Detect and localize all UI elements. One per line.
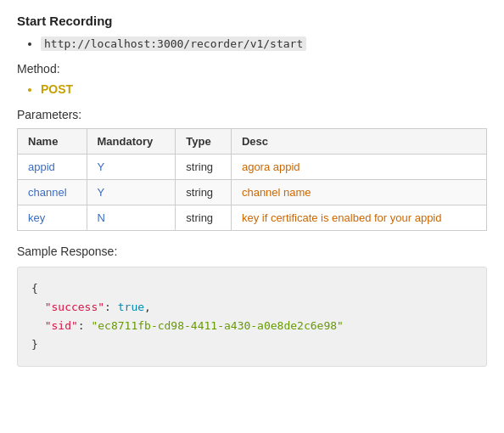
code-line-4: }	[31, 335, 473, 354]
url-value: http://localhost:3000/recorder/v1/start	[41, 37, 306, 51]
table-header-row: Name Mandatory Type Desc	[18, 129, 487, 155]
code-block: { "success": true, "sid": "ec8711fb-cd98…	[17, 267, 487, 367]
params-table: Name Mandatory Type Desc appidYstringago…	[17, 128, 487, 231]
code-key-sid: "sid"	[45, 319, 78, 332]
method-list: POST	[17, 82, 487, 96]
td-type: string	[176, 180, 232, 205]
code-line-2: "success": true,	[31, 298, 473, 317]
col-header-name: Name	[18, 129, 87, 155]
col-header-type: Type	[176, 129, 232, 155]
method-value: POST	[41, 82, 487, 96]
col-header-desc: Desc	[231, 129, 486, 155]
code-val-success: true	[118, 301, 144, 313]
table-row: keyNstringkey if certificate is enalbed …	[18, 205, 487, 231]
code-val-sid: "ec8711fb-cd98-4411-a430-a0e8de2c6e98"	[91, 319, 343, 332]
code-line-3: "sid": "ec8711fb-cd98-4411-a430-a0e8de2c…	[31, 317, 473, 335]
code-key-success: "success"	[45, 301, 104, 313]
method-label: Method:	[17, 62, 487, 76]
td-desc: agora appid	[231, 155, 486, 180]
sample-label: Sample Response:	[17, 245, 487, 258]
col-header-mandatory: Mandatory	[87, 129, 176, 155]
table-row: appidYstringagora appid	[18, 155, 487, 180]
code-line-1: {	[31, 279, 473, 298]
td-desc: key if certificate is enalbed for your a…	[231, 205, 486, 231]
td-desc: channel name	[231, 180, 486, 205]
td-mandatory: N	[87, 205, 176, 231]
td-mandatory: Y	[87, 180, 176, 205]
params-label: Parameters:	[17, 108, 487, 121]
td-name: channel	[18, 180, 87, 205]
url-list: http://localhost:3000/recorder/v1/start	[17, 37, 487, 50]
td-mandatory: Y	[87, 155, 176, 180]
td-name: appid	[18, 155, 87, 180]
td-type: string	[176, 155, 232, 180]
td-type: string	[176, 205, 232, 231]
page-title: Start Recording	[17, 14, 487, 28]
url-list-item: http://localhost:3000/recorder/v1/start	[41, 37, 487, 50]
td-name: key	[18, 205, 87, 231]
table-row: channelYstringchannel name	[18, 180, 487, 205]
